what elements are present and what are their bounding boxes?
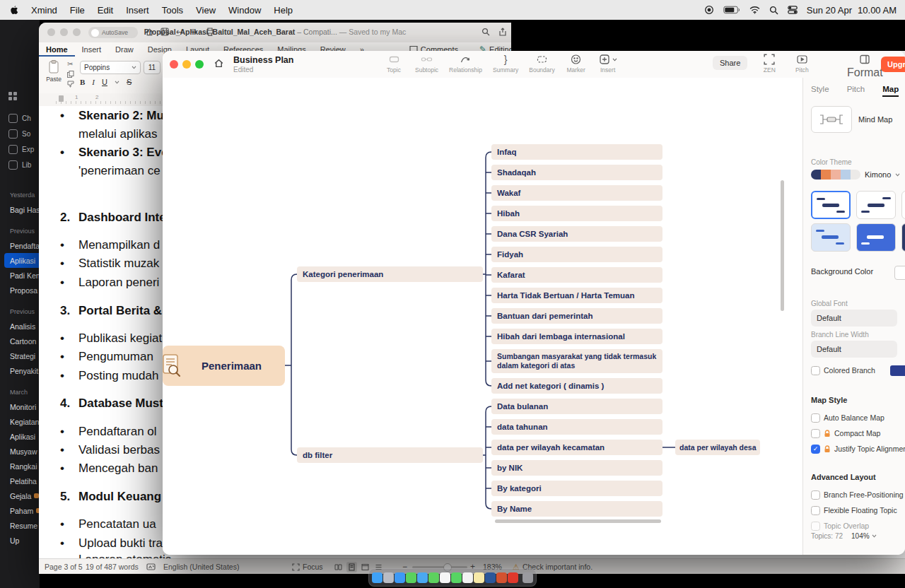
menubar-clock[interactable]: Sun 20 Apr 10.00 AM <box>807 5 897 16</box>
zoom-level-control[interactable]: 104% <box>851 532 877 540</box>
insert-tool[interactable]: Insert <box>597 54 619 74</box>
sidebar-nav-item[interactable]: Lib <box>0 157 40 172</box>
recent-file-item[interactable]: Paham <box>0 503 40 518</box>
recent-file-item[interactable]: March <box>0 385 40 399</box>
recent-file-item[interactable]: Penyakit <box>0 363 40 378</box>
recent-file-item[interactable]: Monitori <box>0 399 40 414</box>
vertical-scrollbar[interactable] <box>781 180 784 311</box>
chevron-down-icon[interactable] <box>115 81 119 84</box>
dock-app-icon[interactable] <box>522 572 533 583</box>
global-font-select[interactable]: Default <box>811 310 897 327</box>
recent-file-item[interactable]: Strategi <box>0 348 40 363</box>
dock-app-icon[interactable] <box>451 572 462 583</box>
child-topic[interactable]: Add net kategori ( dinamis ) <box>491 378 662 394</box>
sidebar-nav-item[interactable]: Ch <box>0 110 40 126</box>
apple-menu-icon[interactable] <box>10 5 18 15</box>
focus-toggle[interactable]: Focus <box>292 559 323 574</box>
ribbon-tab[interactable]: Home <box>39 42 75 57</box>
recent-file-item[interactable]: Pendafta <box>0 238 40 253</box>
theme-thumbnail[interactable] <box>901 191 905 219</box>
pitch-button[interactable]: Pitch <box>791 54 812 74</box>
format-painter-icon[interactable] <box>67 81 74 88</box>
theme-thumbnail[interactable] <box>856 223 896 252</box>
recent-file-item[interactable]: Aplikasi <box>0 429 40 444</box>
sidebar-nav-item[interactable]: So <box>0 126 40 141</box>
view-print-layout-icon[interactable] <box>346 562 357 572</box>
menu-item[interactable]: Window <box>228 5 261 16</box>
menu-item[interactable]: Edit <box>98 5 113 16</box>
tab-pitch[interactable]: Pitch <box>847 85 865 93</box>
branch-topic-db-filter[interactable]: db filter <box>297 447 483 463</box>
wifi-icon[interactable] <box>749 6 760 14</box>
panel-checkbox-row[interactable]: ✓ Topic Overlap <box>811 518 904 534</box>
share-doc-icon[interactable] <box>498 28 507 36</box>
checkbox[interactable]: ✓ <box>811 429 820 438</box>
dock-app-icon[interactable] <box>440 572 450 583</box>
panel-checkbox-row[interactable]: ✓ Auto Balance Map <box>811 410 905 425</box>
relationship-tool[interactable]: Relationship <box>449 54 482 74</box>
theme-thumbnail[interactable] <box>811 191 851 219</box>
child-topic[interactable]: Infaq <box>491 144 662 160</box>
marker-tool[interactable]: Marker <box>566 54 587 74</box>
menu-item[interactable]: Insert <box>126 5 149 16</box>
recent-file-item[interactable]: Previous <box>0 305 40 319</box>
boundary-tool[interactable]: Boundary <box>529 54 554 74</box>
copy-icon[interactable] <box>67 71 74 78</box>
topic-tool[interactable]: Topic <box>383 54 404 74</box>
child-topic[interactable]: Harta Tidak Bertuan / Harta Temuan <box>491 288 662 303</box>
recent-file-item[interactable]: Resume <box>0 518 40 533</box>
menu-item[interactable]: Tools <box>162 5 183 16</box>
checkbox[interactable]: ✓ <box>811 445 820 454</box>
ribbon-tab[interactable]: Draw <box>108 42 141 57</box>
dock-app-icon[interactable] <box>496 572 507 583</box>
child-topic[interactable]: data tahunan <box>491 419 662 435</box>
paste-button[interactable]: Paste <box>43 60 64 90</box>
word-count[interactable]: 19 of 487 words <box>86 559 139 574</box>
child-topic[interactable]: data per wilayah kecamatan <box>491 440 662 455</box>
structure-row[interactable]: Mind Map <box>811 106 892 133</box>
share-button[interactable]: Share <box>713 56 747 70</box>
screen-record-indicator-icon[interactable] <box>704 5 714 15</box>
bold-button[interactable]: B <box>80 78 85 86</box>
child-topic[interactable]: Hibah <box>491 206 662 221</box>
search-icon[interactable] <box>481 28 490 36</box>
theme-thumbnail[interactable] <box>811 223 851 252</box>
spellcheck-icon[interactable] <box>146 559 156 574</box>
spotlight-search-icon[interactable] <box>769 6 778 15</box>
dock-app-icon[interactable] <box>485 572 496 583</box>
panel-checkbox-row[interactable]: ✓ Compact Map <box>811 425 905 441</box>
recent-file-item[interactable]: Padi Ken <box>0 268 40 283</box>
dock-app-icon[interactable] <box>428 572 439 583</box>
child-topic[interactable]: Bantuan dari pemerintah <box>491 308 662 324</box>
recent-file-item[interactable]: Yesterda <box>0 188 40 202</box>
recent-file-item[interactable]: Previous <box>0 224 40 238</box>
branch-width-select[interactable]: Default <box>811 341 897 358</box>
horizontal-scrollbar[interactable] <box>495 519 661 523</box>
map-title-block[interactable]: Business Plan Edited <box>233 55 293 74</box>
control-center-icon[interactable] <box>788 6 798 14</box>
close-button[interactable] <box>170 60 178 69</box>
subtopic-tool[interactable]: Subtopic <box>415 54 438 74</box>
checkbox[interactable]: ✓ <box>811 506 820 515</box>
child-topic[interactable]: By Name <box>491 501 662 517</box>
menu-item[interactable]: File <box>70 5 85 16</box>
recent-file-item[interactable]: Up <box>0 533 40 548</box>
child-topic[interactable]: by NIK <box>491 460 662 476</box>
battery-icon[interactable] <box>723 6 740 14</box>
panel-checkbox-row[interactable]: ✓ Justify Topic Alignment <box>811 441 905 457</box>
child-topic[interactable]: Sumbangan masyarakat yang tidak termasuk… <box>491 349 662 373</box>
sidebar-nav-item[interactable]: Exp <box>0 141 40 157</box>
recent-file-item[interactable]: Rangkai <box>0 459 40 474</box>
zoom-button[interactable] <box>195 60 204 69</box>
tab-map[interactable]: Map <box>882 85 899 97</box>
checkbox[interactable]: ✓ <box>811 413 820 423</box>
recent-file-item[interactable]: Bagi Has <box>0 202 40 217</box>
menu-item[interactable]: Xmind <box>31 5 57 16</box>
checkbox[interactable]: ✓ <box>811 366 820 375</box>
indent-marker[interactable] <box>59 95 64 102</box>
upgrade-button[interactable]: Upgrade <box>881 57 905 72</box>
theme-thumbnail[interactable] <box>901 223 905 252</box>
background-color-swatch[interactable] <box>894 266 905 280</box>
italic-button[interactable]: I <box>92 78 95 86</box>
dock-app-icon[interactable] <box>462 572 473 583</box>
